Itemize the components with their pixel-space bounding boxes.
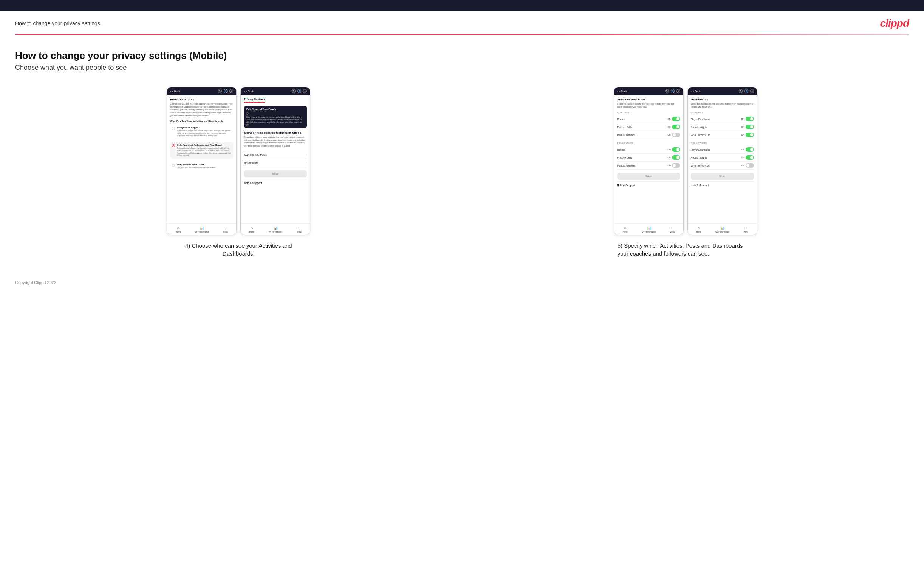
chart-icon: 📊	[647, 226, 651, 230]
coaches-round-insights-toggle[interactable]	[746, 125, 754, 129]
settings-icon[interactable]: ⚙	[303, 89, 307, 93]
followers-rounds-toggle[interactable]	[672, 147, 680, 152]
menu-icon: ☰	[744, 226, 748, 230]
bottom-nav-home[interactable]: ⌂ Home	[249, 226, 254, 233]
bottom-nav-performance[interactable]: 📊 My Performance	[269, 226, 283, 233]
followers-practice-row: Practice Drills ON	[617, 154, 680, 162]
radio-everyone[interactable]	[172, 127, 175, 130]
radio-coach-only[interactable]	[172, 164, 175, 167]
screen1-nav-icons: 🔍 👤 ⚙	[218, 89, 233, 93]
right-section: ‹ < Back 🔍 👤 ⚙ Activities and Posts Sele…	[462, 87, 909, 258]
screen3-nav-icons: 🔍 👤 ⚙	[665, 89, 680, 93]
bottom-nav-menu[interactable]: ☰ Menu	[743, 226, 748, 233]
menu-icon: ☰	[224, 226, 227, 230]
screen3-mockup: ‹ < Back 🔍 👤 ⚙ Activities and Posts Sele…	[614, 87, 684, 235]
screen4-followers-label: FOLLOWERS	[691, 142, 754, 144]
coaches-label: COACHES	[617, 111, 680, 114]
dashboards-row[interactable]: Dashboards ›	[244, 159, 307, 167]
screen2-show-hide-title: Show or hide specific features in Clippd	[244, 131, 307, 134]
screen4-back-button[interactable]: ‹ < Back	[691, 90, 701, 92]
home-icon: ⌂	[251, 226, 253, 230]
left-section: ‹ < Back 🔍 👤 ⚙ Privacy Controls Control …	[15, 87, 462, 258]
bottom-nav-performance[interactable]: 📊 My Performance	[195, 226, 209, 233]
screen4-mockup: ‹ < Back 🔍 👤 ⚙ Dashboards Select the das…	[687, 87, 758, 235]
coaches-player-dash-row: Player Dashboard ON	[691, 115, 754, 123]
coaches-rounds-row: Rounds ON	[617, 115, 680, 123]
bottom-nav-home[interactable]: ⌂ Home	[622, 226, 627, 233]
screen2-nav: ‹ < Back 🔍 👤 ⚙	[241, 87, 310, 95]
chevron-right-icon: ›	[306, 153, 307, 156]
screen3-content: Activities and Posts Select the types of…	[614, 95, 683, 223]
bottom-nav-home[interactable]: ⌂ Home	[176, 226, 181, 233]
bottom-nav-performance[interactable]: 📊 My Performance	[642, 226, 656, 233]
bottom-nav-performance[interactable]: 📊 My Performance	[716, 226, 729, 233]
screen3-bottom-nav: ⌂ Home 📊 My Performance ☰ Menu	[614, 223, 683, 234]
screen3-back-button[interactable]: ‹ < Back	[617, 90, 627, 92]
screen1-back-button[interactable]: ‹ < Back	[170, 90, 180, 92]
followers-round-insights-toggle[interactable]	[746, 155, 754, 160]
activities-posts-row[interactable]: Activities and Posts ›	[244, 151, 307, 159]
screen3-title: Activities and Posts	[617, 98, 680, 101]
screen2-content: Privacy Controls Only You and Your Coach…	[241, 95, 310, 223]
chevron-left-icon: ‹	[617, 90, 618, 92]
coaches-manual-row: Manual Activities ON	[617, 131, 680, 139]
screen1-content: Privacy Controls Control how you and you…	[167, 95, 236, 223]
chevron-right-icon: ›	[306, 161, 307, 164]
settings-icon[interactable]: ⚙	[677, 89, 680, 93]
screen1-bottom-nav: ⌂ Home 📊 My Performance ☰ Menu	[167, 223, 236, 234]
coaches-player-dash-toggle[interactable]	[746, 117, 754, 121]
coaches-manual-toggle[interactable]	[672, 132, 680, 137]
followers-what-to-work-toggle[interactable]	[746, 163, 754, 168]
bottom-nav-menu[interactable]: ☰ Menu	[297, 226, 302, 233]
screen2-save-button[interactable]: Save	[244, 170, 307, 177]
screen1-title: Privacy Controls	[170, 98, 233, 101]
user-icon[interactable]: 👤	[745, 89, 748, 93]
search-icon[interactable]: 🔍	[218, 89, 222, 93]
header: How to change your privacy settings clip…	[0, 11, 924, 34]
screen2-popup: Only You and Your Coach Only you and the…	[244, 106, 307, 128]
user-icon[interactable]: 👤	[671, 89, 675, 93]
followers-player-dash-toggle[interactable]	[746, 147, 754, 152]
screen3-save-button[interactable]: Save	[617, 172, 680, 180]
bottom-nav-menu[interactable]: ☰ Menu	[223, 226, 228, 233]
main-content: How to change your privacy settings (Mob…	[0, 35, 924, 307]
coaches-what-to-work-toggle[interactable]	[746, 132, 754, 137]
search-icon[interactable]: 🔍	[292, 89, 296, 93]
screen4-bottom-nav: ⌂ Home 📊 My Performance ☰ Menu	[688, 223, 757, 234]
bottom-nav-menu[interactable]: ☰ Menu	[670, 226, 675, 233]
user-icon[interactable]: 👤	[224, 89, 228, 93]
search-icon[interactable]: 🔍	[739, 89, 743, 93]
followers-round-insights-row: Round Insights ON	[691, 154, 754, 162]
phone-pair-left: ‹ < Back 🔍 👤 ⚙ Privacy Controls Control …	[166, 87, 310, 235]
followers-what-to-work-row: What To Work On ON	[691, 162, 754, 169]
screenshots-container: ‹ < Back 🔍 👤 ⚙ Privacy Controls Control …	[15, 87, 909, 258]
coaches-practice-toggle[interactable]	[672, 125, 680, 129]
copyright: Copyright Clippd 2022	[15, 280, 909, 285]
radio-approved[interactable]	[172, 144, 175, 147]
bottom-nav-home[interactable]: ⌂ Home	[696, 226, 701, 233]
page-heading: How to change your privacy settings (Mob…	[15, 50, 909, 61]
screen2-nav-icons: 🔍 👤 ⚙	[292, 89, 307, 93]
phone-pair-right: ‹ < Back 🔍 👤 ⚙ Activities and Posts Sele…	[614, 87, 758, 235]
menu-icon: ☰	[297, 226, 301, 230]
coaches-rounds-toggle[interactable]	[672, 117, 680, 121]
settings-icon[interactable]: ⚙	[229, 89, 233, 93]
screen2-tab[interactable]: Privacy Controls	[244, 98, 265, 100]
settings-icon[interactable]: ⚙	[750, 89, 754, 93]
logo: clippd	[880, 18, 909, 29]
caption5: 5) Specify which Activities, Posts and D…	[617, 242, 754, 258]
option-everyone[interactable]: Everyone on Clippd Everyone on Clippd ca…	[170, 125, 233, 139]
screen4-save-button[interactable]: Save	[691, 172, 754, 180]
user-icon[interactable]: 👤	[297, 89, 301, 93]
option-coach-only-text: Only You and Your Coach Only you and the…	[177, 163, 215, 169]
screen4-content: Dashboards Select the dashboards that yo…	[688, 95, 757, 223]
chart-icon: 📊	[720, 226, 725, 230]
followers-practice-toggle[interactable]	[672, 155, 680, 160]
option-coach-only[interactable]: Only You and Your Coach Only you and the…	[170, 162, 233, 171]
screen1-subsection: Who Can See Your Activities and Dashboar…	[170, 120, 233, 123]
screen2-back-button[interactable]: ‹ < Back	[244, 90, 254, 92]
option-approved-text: Only Approved Followers and Your Coach O…	[177, 144, 231, 157]
option-approved[interactable]: Only Approved Followers and Your Coach O…	[170, 142, 233, 159]
followers-manual-toggle[interactable]	[672, 163, 680, 168]
search-icon[interactable]: 🔍	[665, 89, 669, 93]
